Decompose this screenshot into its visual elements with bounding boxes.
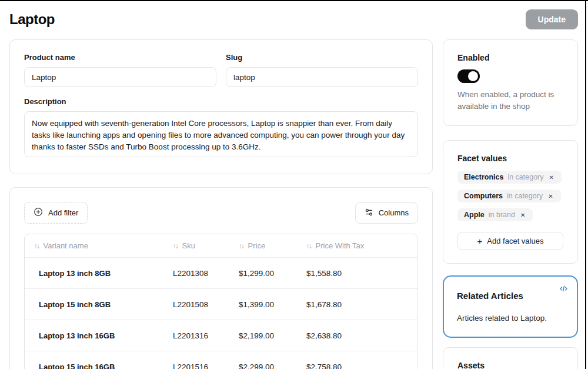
cell-price: $1,399.00 — [234, 300, 302, 309]
product-detail-page: Laptop Update Product name Slug Descrip — [0, 0, 586, 369]
name-slug-row: Product name Slug — [24, 53, 418, 87]
facet-chip-facet: in category — [507, 192, 543, 200]
remove-facet-icon[interactable]: ✕ — [548, 174, 555, 181]
header-label: Price With Tax — [316, 241, 365, 250]
cell-price: $1,299.00 — [234, 269, 302, 278]
toggle-knob — [468, 71, 478, 81]
table-row[interactable]: Laptop 15 inch 8GB L2201508 $1,399.00 $1… — [25, 289, 417, 320]
header-variant-name[interactable]: ↑↓ Variant name — [25, 241, 168, 250]
table-toolbar: Add filter Columns — [24, 202, 418, 224]
product-name-field-group: Product name — [24, 53, 216, 87]
cell-sku: L2201508 — [168, 300, 234, 309]
facet-chip-value: Apple — [464, 211, 485, 219]
description-field-group: Description Now equipped with seventh-ge… — [24, 97, 418, 159]
facet-values-title: Facet values — [457, 154, 563, 163]
header-label: Sku — [182, 241, 195, 250]
column-settings-icon — [365, 208, 373, 218]
cell-sku: L2201516 — [168, 363, 234, 369]
header-price[interactable]: ↑↓ Price — [234, 241, 302, 250]
table-header-row: ↑↓ Variant name ↑↓ Sku ↑↓ Price ↑↓ — [25, 234, 417, 258]
facet-chip-facet: in category — [507, 173, 543, 181]
related-articles-card: Related Articles Articles related to Lap… — [443, 275, 578, 338]
add-facet-values-label: Add facet values — [487, 237, 543, 245]
header-price-with-tax[interactable]: ↑↓ Price With Tax — [302, 241, 417, 250]
facet-chip-value: Computers — [464, 192, 503, 200]
cell-price-with-tax: $2,638.80 — [302, 331, 417, 340]
sidebar: Enabled When enabled, a product is avail… — [443, 39, 578, 369]
cell-variant-name[interactable]: Laptop 13 inch 16GB — [25, 331, 168, 340]
header-label: Variant name — [44, 241, 88, 250]
cell-sku: L2201308 — [168, 269, 234, 278]
description-textarea[interactable]: Now equipped with seventh-generation Int… — [24, 111, 418, 157]
cell-price-with-tax: $1,558.80 — [302, 269, 417, 278]
sort-icon[interactable]: ↑↓ — [306, 242, 312, 250]
cell-price: $2,299.00 — [234, 363, 302, 369]
table-row[interactable]: Laptop 13 inch 8GB L2201308 $1,299.00 $1… — [25, 258, 417, 289]
facet-chip: Apple in brand ✕ — [457, 208, 533, 221]
facet-chip-value: Electronics — [464, 173, 503, 181]
update-button[interactable]: Update — [526, 9, 578, 29]
product-form-card: Product name Slug Description Now equipp… — [9, 39, 433, 174]
description-label: Description — [24, 97, 418, 106]
facet-values-card: Facet values Electronics in category ✕ C… — [443, 140, 578, 264]
add-facet-values-button[interactable]: + Add facet values — [457, 232, 563, 250]
assets-title: Assets — [457, 361, 563, 369]
main-column: Product name Slug Description Now equipp… — [9, 39, 433, 369]
cell-variant-name[interactable]: Laptop 15 inch 16GB — [25, 363, 168, 369]
variants-table: ↑↓ Variant name ↑↓ Sku ↑↓ Price ↑↓ — [24, 234, 418, 369]
cell-sku: L2201316 — [168, 331, 234, 340]
facet-chip-list: Electronics in category ✕ Computers in c… — [457, 171, 563, 221]
table-row[interactable]: Laptop 13 inch 16GB L2201316 $2,199.00 $… — [25, 320, 417, 351]
page-title: Laptop — [9, 11, 55, 28]
slug-input[interactable] — [226, 67, 418, 87]
code-block-icon[interactable] — [559, 284, 568, 295]
sort-icon[interactable]: ↑↓ — [239, 242, 244, 250]
enabled-toggle[interactable] — [457, 69, 480, 83]
plus-icon: + — [477, 237, 483, 245]
product-name-input[interactable] — [24, 67, 216, 87]
circle-plus-icon — [34, 207, 43, 218]
header-sku[interactable]: ↑↓ Sku — [168, 241, 234, 250]
facet-chip-facet: in brand — [489, 211, 515, 219]
assets-card: Assets — [443, 347, 578, 369]
columns-button[interactable]: Columns — [355, 202, 418, 224]
facet-chip: Electronics in category ✕ — [457, 171, 562, 184]
enabled-description: When enabled, a product is available in … — [457, 89, 563, 112]
remove-facet-icon[interactable]: ✕ — [547, 192, 554, 200]
cell-price: $2,199.00 — [234, 331, 302, 340]
window-top-border — [0, 0, 588, 1]
cell-price-with-tax: $1,678.80 — [302, 300, 417, 309]
enabled-title: Enabled — [457, 53, 563, 62]
columns-label: Columns — [379, 208, 409, 217]
slug-label: Slug — [226, 53, 418, 62]
variants-card: Add filter Columns — [9, 187, 433, 369]
remove-facet-icon[interactable]: ✕ — [519, 211, 526, 219]
sort-icon[interactable]: ↑↓ — [173, 242, 178, 250]
facet-chip: Computers in category ✕ — [457, 190, 561, 202]
cell-price-with-tax: $2,758.80 — [302, 363, 417, 369]
header-label: Price — [248, 241, 266, 250]
content-layout: Product name Slug Description Now equipp… — [9, 39, 578, 369]
slug-field-group: Slug — [226, 53, 418, 87]
page-header: Laptop Update — [9, 8, 578, 31]
table-row[interactable]: Laptop 15 inch 16GB L2201516 $2,299.00 $… — [25, 351, 417, 369]
related-articles-title: Related Articles — [457, 291, 564, 301]
add-filter-button[interactable]: Add filter — [24, 202, 88, 224]
sort-icon[interactable]: ↑↓ — [34, 242, 39, 250]
enabled-card: Enabled When enabled, a product is avail… — [443, 39, 578, 126]
product-name-label: Product name — [24, 53, 216, 62]
cell-variant-name[interactable]: Laptop 15 inch 8GB — [25, 300, 168, 309]
window-right-border — [585, 0, 586, 369]
add-filter-label: Add filter — [48, 208, 78, 217]
related-articles-description: Articles related to Laptop. — [457, 314, 564, 323]
cell-variant-name[interactable]: Laptop 13 inch 8GB — [25, 269, 168, 278]
